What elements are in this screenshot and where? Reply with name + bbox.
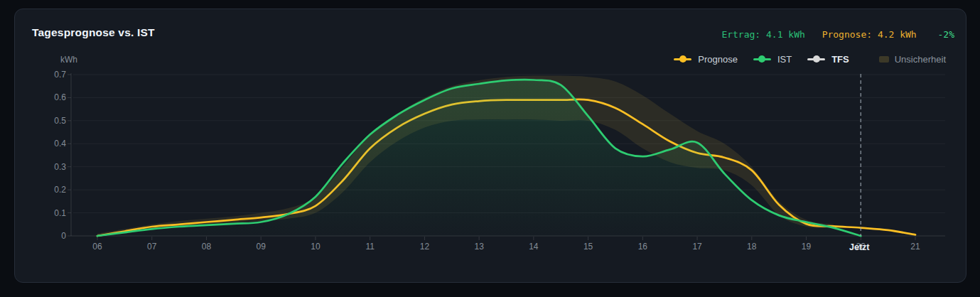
y-tick-label: 0.2 (54, 185, 66, 195)
x-tick-label: 17 (692, 242, 702, 252)
y-tick-label: 0.1 (54, 208, 66, 218)
x-tick-label: 10 (311, 242, 321, 252)
x-tick-label: 14 (529, 242, 539, 252)
x-tick-label: 08 (202, 242, 212, 252)
x-tick-label: 12 (420, 242, 430, 252)
y-tick-label: 0.5 (54, 116, 66, 126)
x-tick-label: 06 (92, 242, 102, 252)
x-tick-label: 16 (638, 242, 648, 252)
now-marker-label: Jetzt (849, 242, 870, 252)
forecast-card: Tagesprognose vs. IST Ertrag: 4.1 kWh Pr… (14, 9, 966, 283)
y-tick-label: 0 (61, 231, 66, 241)
page: { "card": { "title": "Tagesprognose vs. … (0, 0, 980, 297)
x-tick-label: 18 (747, 242, 757, 252)
x-tick-label: 19 (802, 242, 812, 252)
x-tick-label: 09 (257, 242, 266, 252)
forecast-chart: 00.10.20.30.40.50.60.7kWh060708091011121… (15, 9, 966, 282)
y-tick-label: 0.4 (54, 139, 66, 148)
ist-area-fill (97, 80, 861, 236)
y-tick-label: 0.6 (54, 92, 66, 102)
y-tick-label: 0.3 (54, 162, 66, 172)
x-tick-label: 21 (910, 242, 920, 252)
x-tick-label: 13 (474, 242, 484, 252)
y-axis-unit-label: kWh (60, 55, 77, 65)
x-tick-label: 15 (583, 242, 593, 252)
x-tick-label: 11 (365, 242, 375, 252)
x-tick-label: 07 (147, 242, 157, 252)
y-tick-label: 0.7 (54, 70, 66, 80)
